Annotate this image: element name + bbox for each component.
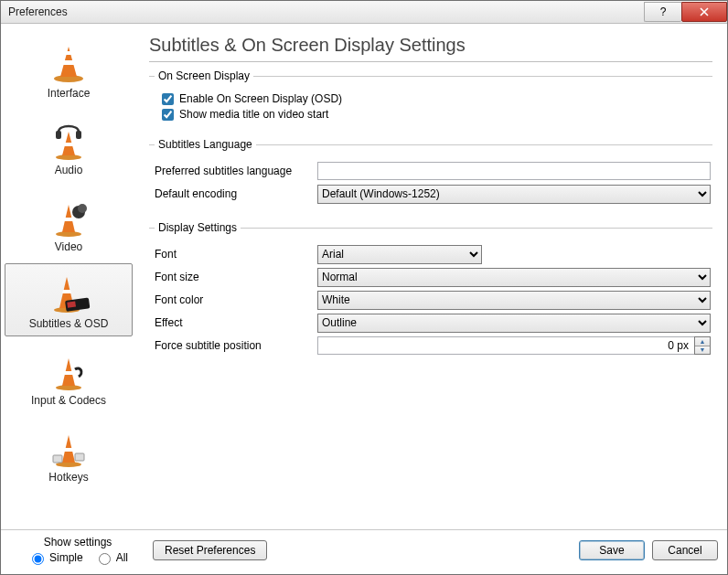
force-position-input[interactable] (317, 336, 694, 355)
sidebar-item-label: Input & Codecs (31, 394, 106, 407)
svg-rect-12 (53, 455, 62, 463)
sidebar-item-label: Video (55, 240, 82, 253)
default-encoding-select[interactable]: Default (Windows-1252) (317, 185, 711, 204)
sidebar-item-interface[interactable]: Interface (5, 33, 133, 106)
divider (149, 61, 712, 62)
headphones-cone-icon (48, 116, 90, 164)
svg-rect-3 (76, 131, 81, 139)
page-title: Subtitles & On Screen Display Settings (149, 35, 712, 56)
checkbox-show-title[interactable] (162, 109, 174, 121)
help-icon: ? (660, 6, 667, 17)
preferred-language-label: Preferred subtitles language (155, 165, 317, 177)
cone-icon (48, 39, 90, 87)
reset-preferences-button[interactable]: Reset Preferences (153, 540, 267, 560)
window-title: Preferences (8, 5, 68, 18)
sidebar-item-audio[interactable]: Audio (5, 110, 133, 183)
svg-rect-2 (56, 131, 61, 139)
titlebar: Preferences ? (1, 1, 727, 24)
force-position-spinner[interactable]: ▲ ▼ (317, 336, 711, 355)
svg-point-6 (78, 204, 87, 213)
keys-cone-icon (48, 423, 90, 471)
preferences-window: Preferences ? Interfa (0, 0, 728, 575)
spinner-up-icon[interactable]: ▲ (695, 337, 710, 346)
font-size-select[interactable]: Normal (317, 268, 711, 287)
sidebar-item-input-codecs[interactable]: Input & Codecs (5, 340, 133, 413)
sidebar-item-label: Subtitles & OSD (29, 317, 109, 330)
film-cone-icon (48, 193, 90, 240)
group-osd: On Screen Display Enable On Screen Displ… (149, 69, 712, 125)
sidebar-item-label: Hotkeys (48, 471, 88, 484)
font-size-label: Font size (155, 271, 317, 283)
preferred-language-input[interactable] (317, 162, 711, 180)
default-encoding-label: Default encoding (155, 187, 317, 200)
settings-panel: Subtitles & On Screen Display Settings O… (136, 24, 727, 529)
sidebar: Interface Audio (1, 24, 136, 529)
svg-rect-9 (67, 301, 76, 307)
close-button[interactable] (681, 2, 727, 22)
svg-rect-13 (75, 453, 84, 461)
close-icon (700, 7, 709, 16)
footer: Show settings Simple All Reset Preferenc… (1, 529, 727, 574)
group-display-settings: Display Settings Font Arial Font size No… (149, 221, 712, 360)
help-button[interactable]: ? (644, 2, 681, 22)
effect-select[interactable]: Outline (317, 314, 711, 333)
radio-all[interactable] (99, 553, 111, 565)
sidebar-item-hotkeys[interactable]: Hotkeys (5, 417, 133, 490)
sidebar-item-label: Audio (55, 164, 83, 176)
font-color-label: Font color (155, 293, 317, 306)
checkbox-enable-osd[interactable] (162, 93, 174, 105)
font-label: Font (155, 248, 317, 261)
show-settings-label: Show settings (44, 536, 112, 548)
radio-simple[interactable] (32, 553, 44, 565)
font-select[interactable]: Arial (317, 245, 482, 264)
cancel-button[interactable]: Cancel (652, 540, 718, 560)
group-subtitles-language: Subtitles Language Preferred subtitles l… (149, 138, 712, 208)
radio-simple-label: Simple (49, 551, 83, 564)
checkbox-show-title-label: Show media title on video start (179, 108, 328, 121)
group-subtitles-language-legend: Subtitles Language (155, 138, 256, 151)
checkbox-enable-osd-label: Enable On Screen Display (OSD) (179, 92, 342, 105)
show-settings: Show settings Simple All (10, 536, 145, 565)
radio-simple-wrap[interactable]: Simple (27, 550, 83, 565)
sidebar-item-label: Interface (48, 87, 91, 100)
clapper-cone-icon (45, 270, 92, 317)
spinner-down-icon[interactable]: ▼ (695, 346, 710, 355)
radio-all-wrap[interactable]: All (94, 550, 128, 565)
save-button[interactable]: Save (579, 540, 645, 560)
font-color-select[interactable]: White (317, 291, 711, 310)
sidebar-item-video[interactable]: Video (5, 186, 133, 260)
force-position-label: Force subtitle position (155, 339, 317, 352)
sidebar-item-subtitles-osd[interactable]: Subtitles & OSD (5, 263, 133, 336)
effect-label: Effect (155, 316, 317, 329)
group-osd-legend: On Screen Display (155, 69, 253, 82)
plug-cone-icon (48, 346, 90, 394)
radio-all-label: All (116, 551, 128, 564)
group-display-settings-legend: Display Settings (155, 221, 241, 234)
